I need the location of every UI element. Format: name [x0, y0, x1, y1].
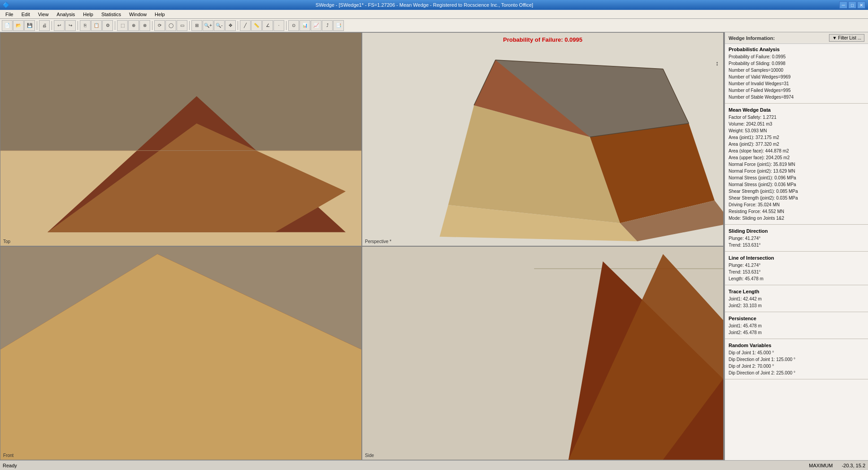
toolbar-point[interactable]: ·	[273, 20, 284, 31]
info-row: Shear Strength (joint2): 0.035 MPa	[729, 195, 864, 201]
info-row: Number of Failed Wedges=995	[729, 87, 864, 94]
info-row: Number of Samples=10000	[729, 67, 864, 74]
close-button[interactable]: ✕	[857, 1, 865, 9]
info-row: Number of Valid Wedges=9969	[729, 74, 864, 80]
minimize-button[interactable]: ─	[839, 1, 847, 9]
viewport-front[interactable]: Front	[0, 246, 362, 460]
toolbar-open[interactable]: 📂	[13, 20, 24, 31]
toolbar-pan[interactable]: ✥	[225, 20, 236, 31]
info-row: Resisting Force: 44.552 MN	[729, 208, 864, 215]
right-panel-header: Wedge Information: ▼ Filter List ...	[725, 32, 868, 44]
info-row: Volume: 2042.051 m3	[729, 121, 864, 127]
info-row: Joint2: 33.103 m	[729, 302, 864, 309]
toolbar-new[interactable]: 📄	[2, 20, 13, 31]
toolbar-undo[interactable]: ↩	[54, 20, 65, 31]
toolbar-sep8	[286, 21, 286, 30]
prob-failure-label: Probability of Failure: 0.0995	[503, 36, 582, 43]
menu-file[interactable]: File	[2, 11, 17, 18]
info-row: Normal Force (joint2): 13.629 MN	[729, 168, 864, 174]
menu-analysis[interactable]: Analysis	[53, 11, 78, 18]
status-ready: Ready	[3, 463, 17, 468]
status-maximum: MAXIMUM	[809, 463, 833, 468]
toolbar-sep1	[37, 21, 37, 30]
status-coords: -20.3, 15.2	[842, 463, 865, 468]
info-section-title: Line of Intersection	[729, 255, 864, 261]
info-section-title: Mean Wedge Data	[729, 107, 864, 113]
toolbar-zoom-in[interactable]: 🔍+	[203, 20, 213, 31]
info-row: Normal Stress (joint1): 0.096 MPa	[729, 174, 864, 181]
app-icon: 🔷	[3, 2, 9, 8]
toolbar-save[interactable]: 💾	[24, 20, 35, 31]
toolbar-angle[interactable]: ∠	[262, 20, 273, 31]
info-section: Random VariablesDip of Joint 1: 45.000 °…	[725, 340, 868, 378]
info-row: Joint1: 45.478 m	[729, 322, 864, 329]
filter-list-button[interactable]: ▼ Filter List ...	[829, 34, 864, 42]
toolbar-line[interactable]: ╱	[240, 20, 251, 31]
statusbar: Ready MAXIMUM -20.3, 15.2	[0, 460, 868, 470]
info-row: Dip Direction of Joint 1: 125.000 °	[729, 356, 864, 363]
info-row: Area (joint1): 372.175 m2	[729, 134, 864, 141]
info-section-title: Trace Length	[729, 289, 864, 294]
vp-front-label: Front	[3, 453, 13, 458]
info-section: Line of IntersectionPlunge: 41.274°Trend…	[725, 252, 868, 284]
menubar: File Edit View Analysis Help Statistics …	[0, 10, 868, 19]
cursor-indicator: ↕	[716, 60, 719, 67]
toolbar-chart[interactable]: 📊	[299, 20, 310, 31]
info-row: Joint1: 42.442 m	[729, 296, 864, 302]
info-row: Plunge: 41.274°	[729, 262, 864, 269]
viewport-side[interactable]: Side	[362, 246, 724, 460]
toolbar-compute[interactable]: ⚙	[102, 20, 113, 31]
menu-edit[interactable]: Edit	[18, 11, 34, 18]
toolbar-graph[interactable]: 📈	[311, 20, 321, 31]
toolbar-print[interactable]: 🖨	[39, 20, 50, 31]
viewport-top[interactable]: Top	[0, 32, 362, 246]
menu-help2[interactable]: Help	[151, 11, 169, 18]
info-section: Sliding DirectionPlunge: 41.274°Trend: 1…	[725, 226, 868, 250]
info-section: PersistenceJoint1: 45.478 mJoint2: 45.47…	[725, 313, 868, 338]
menu-window[interactable]: Window	[126, 11, 150, 18]
info-sections: Probabilistic AnalysisProbability of Fai…	[725, 44, 868, 380]
toolbar-rotate-left[interactable]: ⟳	[154, 20, 165, 31]
toolbar-fit[interactable]: ⊞	[191, 20, 202, 31]
info-section-title: Probabilistic Analysis	[729, 47, 864, 52]
toolbar-select[interactable]: ⬚	[117, 20, 128, 31]
toolbar-add[interactable]: ⊕	[128, 20, 139, 31]
section-separator	[725, 224, 868, 225]
info-section-title: Persistence	[729, 316, 864, 321]
toolbar-export[interactable]: ⤴	[322, 20, 333, 31]
info-row: Dip of Joint 2: 70.000 °	[729, 363, 864, 370]
toolbar-input[interactable]: 📋	[91, 20, 102, 31]
toolbar-circle[interactable]: ◯	[165, 20, 176, 31]
toolbar-sep5	[152, 21, 152, 30]
info-section: Probabilistic AnalysisProbability of Fai…	[725, 44, 868, 102]
info-row: Area (slope face): 444.878 m2	[729, 148, 864, 154]
menu-help[interactable]: Help	[79, 11, 97, 18]
maximize-button[interactable]: □	[848, 1, 856, 9]
info-row: Trend: 153.631°	[729, 269, 864, 275]
section-separator	[725, 251, 868, 252]
toolbar-sep6	[189, 21, 190, 30]
toolbar-delete[interactable]: ⊗	[139, 20, 150, 31]
toolbar-report[interactable]: 📑	[333, 20, 344, 31]
info-row: Probability of Sliding: 0.0998	[729, 60, 864, 67]
info-row: Shear Strength (joint1): 0.085 MPa	[729, 188, 864, 195]
toolbar-sep2	[52, 21, 52, 30]
toolbar-rect[interactable]: ▭	[177, 20, 187, 31]
menu-statistics[interactable]: Statistics	[98, 11, 125, 18]
toolbar-redo[interactable]: ↪	[65, 20, 76, 31]
info-row: Normal Force (joint1): 35.819 MN	[729, 161, 864, 168]
viewport-perspective[interactable]: Probability of Failure: 0.0995 ↕	[362, 32, 724, 246]
menu-view[interactable]: View	[35, 11, 52, 18]
panel-title: Wedge Information:	[729, 35, 775, 41]
toolbar-measure[interactable]: 📏	[251, 20, 262, 31]
toolbar-copy[interactable]: ⎘	[80, 20, 91, 31]
section-separator	[725, 103, 868, 104]
main-area: Top Probability of Failure: 0.0995 ↕	[0, 32, 868, 460]
vp-side-label: Side	[365, 453, 374, 458]
toolbar-stereo[interactable]: ⊙	[288, 20, 299, 31]
info-row: Factor of Safety: 1.2721	[729, 114, 864, 121]
toolbar-zoom-out[interactable]: 🔍-	[214, 20, 225, 31]
section-separator	[725, 339, 868, 339]
info-row: Joint2: 45.478 m	[729, 329, 864, 336]
info-row: Probability of Failure: 0.0995	[729, 53, 864, 60]
